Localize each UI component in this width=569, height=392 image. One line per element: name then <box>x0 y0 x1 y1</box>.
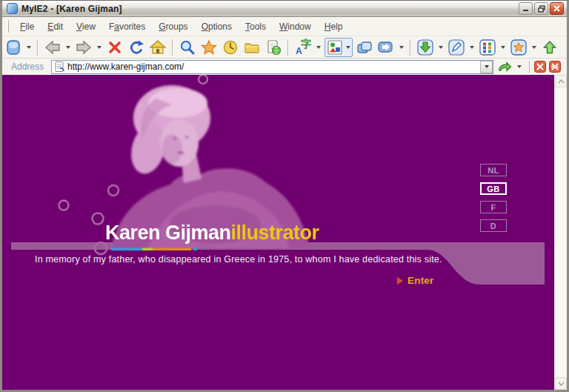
toolbar-separator <box>37 39 39 56</box>
brand-title: Karen Gijmanillustrator <box>105 222 319 243</box>
folders-button[interactable] <box>242 38 262 57</box>
toolbar-separator <box>410 39 411 56</box>
kill-ads-icon[interactable] <box>549 61 561 73</box>
go-icon <box>497 60 512 73</box>
address-bar: Address <box>2 58 567 75</box>
up-icon <box>542 39 558 56</box>
new-page-icon <box>5 39 21 56</box>
web-page: Karen Gijmanillustrator In memory of my … <box>2 75 554 390</box>
favorites-group-button[interactable] <box>509 38 528 57</box>
menu-options[interactable]: Options <box>195 19 239 34</box>
refresh-button[interactable] <box>127 38 146 57</box>
favorites-button[interactable] <box>199 38 219 57</box>
dropdown-caret-icon[interactable] <box>530 38 538 57</box>
home-button[interactable] <box>148 38 167 57</box>
back-icon <box>44 39 61 56</box>
encoding-icon: 字 A <box>293 38 313 57</box>
back-button[interactable] <box>43 38 62 57</box>
favorites-group-icon <box>510 39 527 56</box>
dropdown-caret-icon[interactable] <box>468 38 476 57</box>
dropdown-caret-icon[interactable] <box>25 38 33 57</box>
page-globe-button[interactable] <box>264 38 283 57</box>
scroll-down-button[interactable] <box>555 377 567 390</box>
main-toolbar: 字 A <box>2 36 567 58</box>
language-button-gb[interactable]: GB <box>480 182 507 195</box>
send-button[interactable] <box>376 38 396 57</box>
refresh-icon <box>128 39 144 56</box>
scroll-up-button[interactable] <box>555 75 567 87</box>
language-button-nl[interactable]: NL <box>480 164 507 176</box>
close-button[interactable] <box>550 2 564 15</box>
toolbar-gripper[interactable] <box>7 20 9 33</box>
chevron-down-icon <box>558 382 565 386</box>
dropdown-caret-icon[interactable] <box>315 38 322 57</box>
title-bar: MyIE2 - [Karen Gijman] <box>2 1 567 17</box>
window-title: MyIE2 - [Karen Gijman] <box>21 4 519 14</box>
dropdown-caret-icon[interactable] <box>64 38 72 57</box>
page-globe-icon <box>265 39 282 56</box>
toolbar-separator <box>172 39 173 56</box>
enter-link[interactable]: Enter <box>397 275 434 286</box>
enter-label: Enter <box>407 275 434 286</box>
chevron-up-icon <box>558 79 565 84</box>
edit-page-icon <box>448 39 465 56</box>
brand-role: illustrator <box>231 222 319 244</box>
restore-button[interactable] <box>534 2 548 15</box>
windows-button[interactable] <box>355 38 374 57</box>
enter-arrow-icon <box>397 277 403 285</box>
app-icon <box>7 3 18 14</box>
browser-window: MyIE2 - [Karen Gijman] File Edit View Fa… <box>0 0 569 392</box>
language-button-d[interactable]: D <box>480 219 507 232</box>
menu-window[interactable]: Window <box>273 19 318 34</box>
links-grid-icon <box>479 39 496 56</box>
kill-popup-icon[interactable] <box>534 61 546 73</box>
edit-page-button[interactable] <box>447 38 466 57</box>
vertical-scrollbar[interactable] <box>554 75 567 390</box>
up-button[interactable] <box>540 38 559 57</box>
go-button[interactable] <box>496 57 513 76</box>
menu-favorites[interactable]: Favorites <box>102 19 152 34</box>
download-icon <box>417 39 433 56</box>
menu-groups[interactable]: Groups <box>152 19 194 34</box>
dropdown-caret-icon[interactable] <box>437 38 445 57</box>
menu-help[interactable]: Help <box>318 19 350 34</box>
language-button-f[interactable]: F <box>480 201 507 213</box>
search-button[interactable] <box>178 38 197 57</box>
images-toggle-icon <box>327 39 343 56</box>
windows-icon <box>356 39 373 56</box>
dropdown-caret-icon[interactable] <box>499 38 507 57</box>
dropdown-caret-icon[interactable] <box>96 38 103 57</box>
brand-name: Karen Gijman <box>105 222 231 244</box>
menu-view[interactable]: View <box>70 19 102 34</box>
page-icon <box>53 61 65 73</box>
download-button[interactable] <box>416 38 435 57</box>
address-label: Address <box>5 62 48 72</box>
home-icon <box>149 39 167 56</box>
menu-file[interactable]: File <box>13 19 41 34</box>
history-button[interactable] <box>221 38 240 57</box>
favorites-icon <box>201 39 217 56</box>
stop-icon <box>107 39 123 56</box>
address-input[interactable] <box>67 62 480 73</box>
send-icon <box>377 39 395 56</box>
menu-tools[interactable]: Tools <box>239 19 273 34</box>
links-grid-button[interactable] <box>478 38 497 57</box>
scrollbar-track[interactable] <box>555 87 567 377</box>
history-icon <box>222 39 239 56</box>
menu-edit[interactable]: Edit <box>41 19 70 34</box>
new-page-button[interactable] <box>4 38 23 57</box>
dropdown-caret-icon[interactable] <box>398 38 405 57</box>
minimize-button[interactable] <box>519 2 533 15</box>
address-dropdown-button[interactable] <box>480 61 493 73</box>
dropdown-caret-icon[interactable] <box>516 59 523 74</box>
stop-button[interactable] <box>105 38 124 57</box>
images-toggle-button[interactable] <box>325 38 353 57</box>
forward-button[interactable] <box>74 38 93 57</box>
folders-icon <box>244 39 260 56</box>
dropdown-caret-icon[interactable] <box>345 38 352 57</box>
encoding-button[interactable]: 字 A <box>293 38 313 57</box>
search-icon <box>179 39 196 56</box>
toolbar-separator <box>287 39 289 56</box>
address-field[interactable] <box>51 60 493 74</box>
language-switcher: NL GB F D <box>480 164 507 232</box>
